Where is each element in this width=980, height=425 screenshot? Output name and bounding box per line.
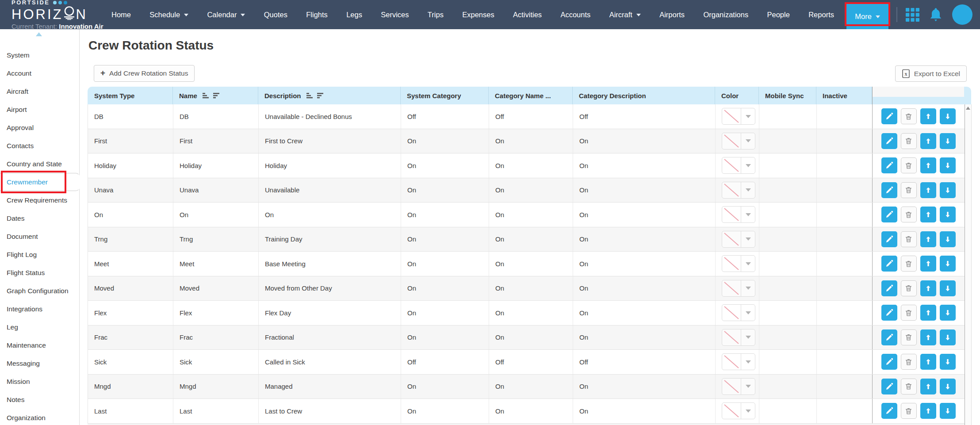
sidebar-item-document[interactable]: Document (0, 227, 80, 245)
user-avatar[interactable] (952, 4, 972, 25)
move-up-button[interactable] (920, 329, 936, 345)
nav-item-accounts[interactable]: Accounts (554, 0, 597, 29)
sidebar-item-crewmember[interactable]: Crewmember (0, 173, 80, 191)
sidebar-item-notes[interactable]: Notes (0, 391, 80, 409)
nav-item-calendar[interactable]: Calendar (201, 0, 251, 29)
move-down-button[interactable] (940, 403, 956, 419)
export-to-excel-button[interactable]: x Export to Excel (895, 65, 967, 82)
nav-item-schedule[interactable]: Schedule (143, 0, 195, 29)
sidebar-item-maintenance[interactable]: Maintenance (0, 336, 80, 354)
edit-button[interactable] (881, 305, 897, 321)
color-picker[interactable] (722, 206, 755, 223)
sidebar-item-system[interactable]: System (0, 46, 80, 64)
color-picker[interactable] (722, 280, 755, 297)
delete-button[interactable] (901, 182, 917, 198)
move-up-button[interactable] (920, 280, 936, 296)
edit-button[interactable] (881, 354, 897, 370)
delete-button[interactable] (901, 108, 917, 124)
color-picker[interactable] (722, 231, 755, 248)
notifications-bell-icon[interactable] (928, 7, 944, 23)
move-up-button[interactable] (920, 207, 936, 222)
delete-button[interactable] (901, 280, 917, 296)
move-down-button[interactable] (940, 280, 956, 296)
delete-button[interactable] (901, 133, 917, 149)
add-crew-rotation-status-button[interactable]: + Add Crew Rotation Status (94, 65, 195, 82)
edit-button[interactable] (881, 182, 897, 198)
move-down-button[interactable] (940, 379, 956, 394)
nav-item-trips[interactable]: Trips (421, 0, 450, 29)
nav-item-expenses[interactable]: Expenses (456, 0, 500, 29)
move-down-button[interactable] (940, 157, 956, 173)
edit-button[interactable] (881, 280, 897, 296)
color-dropdown-button[interactable] (741, 354, 755, 370)
color-dropdown-button[interactable] (741, 108, 755, 124)
sort-descending-icon[interactable] (213, 93, 219, 99)
sidebar-item-aircraft[interactable]: Aircraft (0, 82, 80, 100)
move-down-button[interactable] (940, 207, 956, 222)
delete-button[interactable] (901, 157, 917, 173)
nav-item-airports[interactable]: Airports (653, 0, 691, 29)
sidebar-item-integrations[interactable]: Integrations (0, 300, 80, 318)
color-picker[interactable] (722, 304, 755, 321)
table-scrollbar[interactable] (965, 104, 972, 425)
move-up-button[interactable] (920, 108, 936, 124)
color-picker[interactable] (722, 182, 755, 199)
edit-button[interactable] (881, 379, 897, 394)
sidebar-scroll-up-icon[interactable] (36, 32, 42, 36)
move-up-button[interactable] (920, 403, 936, 419)
nav-item-more[interactable]: More (846, 4, 888, 29)
sidebar-item-airport[interactable]: Airport (0, 100, 80, 119)
color-picker[interactable] (722, 255, 755, 272)
nav-item-flights[interactable]: Flights (300, 0, 334, 29)
edit-button[interactable] (881, 403, 897, 419)
color-dropdown-button[interactable] (741, 280, 755, 296)
sidebar-item-leg[interactable]: Leg (0, 318, 80, 336)
apps-grid-icon[interactable] (906, 8, 919, 22)
sidebar-item-mission[interactable]: Mission (0, 372, 80, 391)
edit-button[interactable] (881, 157, 897, 173)
edit-button[interactable] (881, 207, 897, 222)
color-dropdown-button[interactable] (741, 379, 755, 394)
delete-button[interactable] (901, 379, 917, 394)
nav-item-home[interactable]: Home (105, 0, 137, 29)
move-up-button[interactable] (920, 305, 936, 321)
scrollbar-up-arrow-icon[interactable] (966, 107, 970, 110)
move-up-button[interactable] (920, 256, 936, 272)
sidebar-item-contacts[interactable]: Contacts (0, 137, 80, 155)
color-picker[interactable] (722, 402, 755, 419)
nav-item-quotes[interactable]: Quotes (258, 0, 294, 29)
nav-item-aircraft[interactable]: Aircraft (603, 0, 647, 29)
sidebar-item-graph-configuration[interactable]: Graph Configuration (0, 282, 80, 300)
color-dropdown-button[interactable] (741, 207, 755, 222)
move-down-button[interactable] (940, 305, 956, 321)
color-dropdown-button[interactable] (741, 182, 755, 198)
edit-button[interactable] (881, 133, 897, 149)
move-down-button[interactable] (940, 256, 956, 272)
move-down-button[interactable] (940, 329, 956, 345)
delete-button[interactable] (901, 305, 917, 321)
sidebar-item-country-and-state[interactable]: Country and State (0, 155, 80, 173)
edit-button[interactable] (881, 329, 897, 345)
sidebar-item-flight-log[interactable]: Flight Log (0, 245, 80, 264)
edit-button[interactable] (881, 231, 897, 247)
nav-item-organizations[interactable]: Organizations (697, 0, 754, 29)
sidebar-item-messaging[interactable]: Messaging (0, 354, 80, 372)
sort-ascending-icon[interactable] (203, 93, 209, 99)
delete-button[interactable] (901, 329, 917, 345)
delete-button[interactable] (901, 256, 917, 272)
color-dropdown-button[interactable] (741, 133, 755, 149)
move-up-button[interactable] (920, 231, 936, 247)
color-dropdown-button[interactable] (741, 256, 755, 272)
sidebar-item-account[interactable]: Account (0, 64, 80, 82)
color-dropdown-button[interactable] (741, 157, 755, 173)
sort-descending-icon[interactable] (317, 93, 323, 99)
move-down-button[interactable] (940, 354, 956, 370)
nav-item-legs[interactable]: Legs (340, 0, 368, 29)
delete-button[interactable] (901, 231, 917, 247)
move-up-button[interactable] (920, 354, 936, 370)
color-dropdown-button[interactable] (741, 231, 755, 247)
sidebar-item-organization[interactable]: Organization (0, 409, 80, 425)
sidebar-item-flight-status[interactable]: Flight Status (0, 264, 80, 282)
color-picker[interactable] (722, 378, 755, 395)
edit-button[interactable] (881, 256, 897, 272)
